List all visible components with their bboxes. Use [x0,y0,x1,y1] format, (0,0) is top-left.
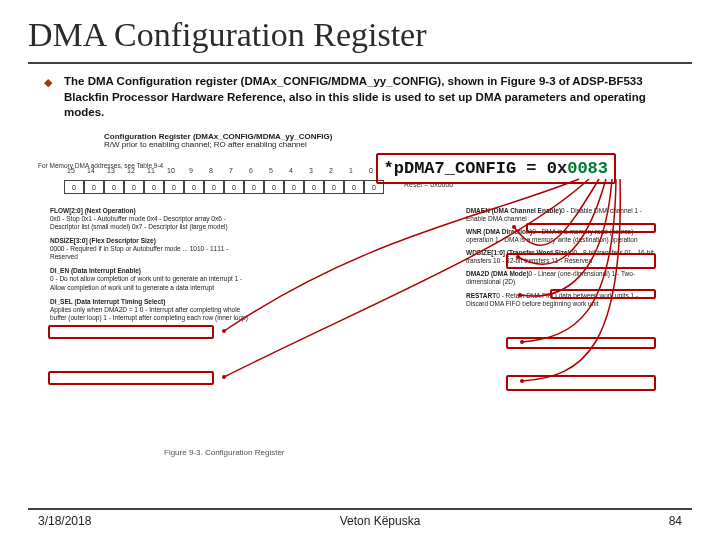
code-prefix: *pDMA7_CONFIG = 0x [384,159,568,178]
highlight-box [550,289,656,299]
title-rule [28,62,692,64]
footer-date: 3/18/2018 [38,514,91,528]
highlight-box [48,371,214,385]
highlight-box [506,375,656,391]
bullet: ◆ The DMA Configuration register (DMAx_C… [44,74,676,121]
left-field-labels: FLOW[2:0] (Next Operation)0x0 - Stop 0x1… [50,207,250,329]
bullet-text: The DMA Configuration register (DMAx_CON… [64,74,676,121]
bit-boxes: 0000 0000 0000 0000 [64,180,384,194]
bit-numbers: 15141312 111098 7654 3210 [64,167,378,174]
footer-page: 84 [669,514,682,528]
svg-point-1 [222,375,226,379]
bullet-marker-icon: ◆ [44,76,52,121]
page-title: DMA Configuration Register [0,0,720,62]
diagram-title: Configuration Register (DMAx_CONFIG/MDMA… [104,133,332,151]
footer-author: Veton Këpuska [340,514,421,528]
code-number: 0083 [567,159,608,178]
diagram-subtitle: R/W prior to enabling channel; RO after … [104,140,307,149]
highlight-box [48,325,214,339]
code-annotation: *pDMA7_CONFIG = 0x0083 [376,153,616,184]
footer-rule [28,508,692,510]
slide-footer: 3/18/2018 Veton Këpuska 84 [0,508,720,528]
slide-body: ◆ The DMA Configuration register (DMAx_C… [0,74,720,457]
register-diagram: Configuration Register (DMAx_CONFIG/MDMA… [44,127,676,457]
diagram-title-text: Configuration Register (DMAx_CONFIG/MDMA… [104,132,332,141]
highlight-box [506,253,656,269]
highlight-box [506,337,656,349]
svg-point-0 [222,329,226,333]
highlight-box [526,223,656,233]
figure-caption: Figure 9-3. Configuration Register [164,448,285,457]
